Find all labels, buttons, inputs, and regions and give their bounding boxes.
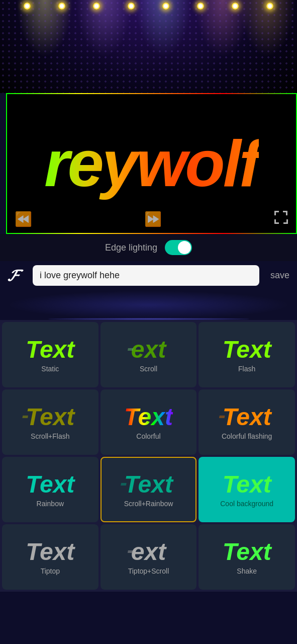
anim-label: Colorful flashing — [222, 432, 272, 441]
toggle-knob — [178, 241, 191, 254]
anim-text: -Text — [223, 405, 271, 429]
anim-text: Text — [124, 405, 173, 429]
anim-label: Scroll+Rainbow — [124, 500, 173, 508]
display-controls: ⏪ ⏩ — [7, 210, 296, 228]
input-row: 𝓕 save — [0, 261, 297, 290]
anim-card-tiptop[interactable]: Text Tiptop — [2, 524, 98, 590]
anim-text: Text — [223, 338, 271, 362]
anim-text: Text — [26, 338, 74, 362]
stage-light — [197, 3, 204, 10]
stage-header — [0, 0, 297, 93]
stage-light — [162, 3, 169, 10]
stage-platform — [0, 290, 297, 320]
anim-label: Rainbow — [37, 500, 64, 508]
stage-light — [58, 3, 65, 10]
anim-text: -Text — [124, 472, 173, 497]
anim-card-colorful[interactable]: Text Colorful — [101, 389, 197, 455]
stage-lights — [0, 0, 297, 20]
anim-card-shake[interactable]: Text Shake — [199, 524, 295, 590]
anim-card-scroll-flash[interactable]: -Text Scroll+Flash — [2, 389, 98, 455]
anim-text: Text — [26, 540, 74, 564]
anim-label: Cool background — [220, 500, 273, 508]
anim-text: Text — [223, 472, 271, 497]
platform-glow — [48, 318, 249, 320]
save-button[interactable]: save — [264, 270, 289, 281]
stage-light — [93, 3, 100, 10]
anim-label: Scroll+Flash — [31, 432, 69, 441]
stage-light — [232, 3, 239, 10]
anim-card-flash[interactable]: Text Flash — [199, 322, 295, 387]
font-picker-button[interactable]: 𝓕 — [8, 266, 28, 285]
anim-label: Tiptop+Scroll — [128, 567, 169, 576]
anim-card-scroll-rainbow[interactable]: -Text Scroll+Rainbow — [101, 457, 197, 522]
edge-lighting-label: Edge lighting — [105, 243, 157, 253]
anim-label: Scroll — [140, 365, 157, 373]
led-display: reywolf ⏪ ⏩ — [6, 93, 297, 234]
edge-lighting-row: Edge lighting — [0, 234, 297, 261]
expand-button[interactable] — [273, 210, 288, 228]
main-content: reywolf ⏪ ⏩ Edge lighting 𝓕 save — [0, 93, 297, 644]
text-input[interactable] — [33, 265, 259, 286]
anim-card-rainbow[interactable]: Text Rainbow — [2, 457, 98, 522]
display-text: reywolf — [44, 126, 259, 201]
anim-card-tiptop-scroll[interactable]: -ext Tiptop+Scroll — [101, 524, 197, 590]
anim-label: Static — [41, 365, 59, 373]
edge-lighting-toggle[interactable] — [165, 240, 192, 255]
anim-card-scroll[interactable]: -ext Scroll — [101, 322, 197, 387]
anim-card-static[interactable]: Text Static — [2, 322, 98, 387]
anim-text: -Text — [26, 405, 74, 429]
rewind-button[interactable]: ⏪ — [15, 211, 32, 227]
anim-card-colorful-flashing[interactable]: -Text Colorful flashing — [199, 389, 295, 455]
anim-text: -ext — [131, 540, 166, 564]
anim-text: -ext — [131, 338, 166, 362]
anim-label: Tiptop — [41, 567, 60, 576]
animation-grid: Text Static -ext Scroll Text Flash -Text… — [0, 320, 297, 592]
stage-light — [128, 3, 135, 10]
anim-label: Flash — [238, 365, 255, 373]
anim-label: Colorful — [136, 432, 160, 441]
anim-label: Shake — [237, 567, 257, 576]
fast-forward-button[interactable]: ⏩ — [144, 211, 162, 227]
stage-light — [24, 3, 31, 10]
stage-light — [266, 3, 273, 10]
anim-text: Text — [26, 472, 74, 497]
anim-text: Text — [223, 540, 271, 564]
anim-card-cool-background[interactable]: Text Cool background — [199, 457, 295, 522]
